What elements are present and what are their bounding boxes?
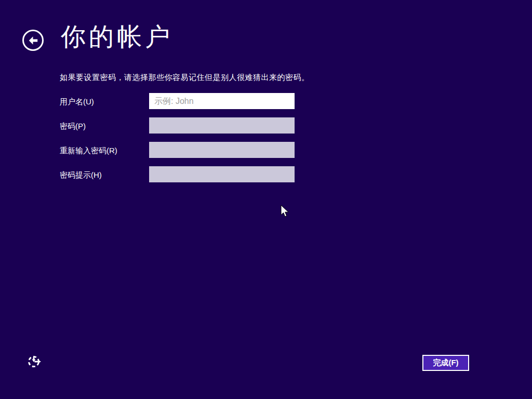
retype-password-label: 重新输入密码(R) <box>60 146 117 156</box>
finish-button[interactable]: 完成(F) <box>422 355 469 371</box>
instruction-text: 如果要设置密码，请选择那些你容易记住但是别人很难猜出来的密码。 <box>60 73 310 83</box>
password-hint-label: 密码提示(H) <box>60 170 102 180</box>
ease-of-access-button[interactable] <box>28 354 42 368</box>
mouse-cursor-icon <box>281 205 289 218</box>
retype-password-input[interactable] <box>149 142 295 158</box>
ease-of-access-icon <box>28 354 42 368</box>
back-button[interactable] <box>22 30 44 51</box>
password-hint-input[interactable] <box>149 166 295 182</box>
username-input[interactable] <box>149 93 295 109</box>
back-arrow-icon <box>28 35 39 46</box>
password-label: 密码(P) <box>60 122 86 131</box>
username-label: 用户名(U) <box>60 97 94 107</box>
password-input[interactable] <box>149 117 295 134</box>
oobe-your-account-screen: 你的帐户 如果要设置密码，请选择那些你容易记住但是别人很难猜出来的密码。 用户名… <box>0 0 532 399</box>
page-title: 你的帐户 <box>61 22 173 52</box>
